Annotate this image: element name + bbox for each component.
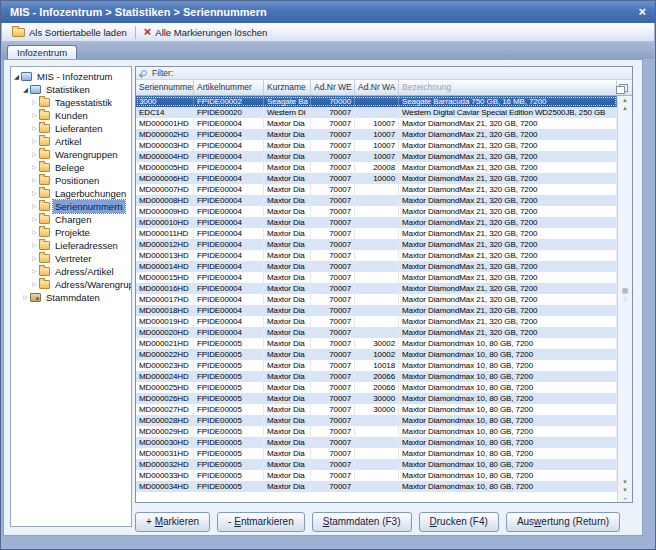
stammdaten-button[interactable]: Stammdaten (F3)	[312, 512, 412, 532]
tree-item-adress-warengruppen[interactable]: ▷Adress/Warengruppen	[11, 278, 131, 291]
expand-icon[interactable]: ▷	[31, 252, 38, 265]
column-header-bezeichnung[interactable]: Bezeichnung	[399, 80, 617, 95]
table-row[interactable]: MD000012HDFPIDE00004Maxtor Dia70007Maxto…	[136, 239, 617, 250]
tree-item-vertreter[interactable]: ▷Vertreter	[11, 252, 131, 265]
table-cell: Maxtor Dia	[264, 426, 311, 437]
tree-item-artikel[interactable]: ▷Artikel	[11, 135, 131, 148]
table-row[interactable]: MD000006HDFPIDE00004Maxtor Dia7000710000…	[136, 173, 617, 184]
table-row[interactable]: MD000022HDFPIDE00005Maxtor Dia7000710002…	[136, 349, 617, 360]
table-row[interactable]: MD000033HDFPIDE00005Maxtor Dia70007Maxto…	[136, 470, 617, 481]
table-row[interactable]: MD000028HDFPIDE00005Maxtor Dia70007Maxto…	[136, 415, 617, 426]
tree-item-mis-infozentrum[interactable]: ◢MIS - Infozentrum	[11, 70, 131, 83]
collapse-icon[interactable]: ◢	[13, 70, 20, 83]
table-row[interactable]: MD000011HDFPIDE00004Maxtor Dia70007Maxto…	[136, 228, 617, 239]
filter-row[interactable]: Filter:	[136, 67, 632, 80]
scroll-plus-icon[interactable]: +	[623, 494, 627, 502]
expand-icon[interactable]: ▷	[31, 200, 38, 213]
tree-item-chargen[interactable]: ▷Chargen	[11, 213, 131, 226]
table-row[interactable]: MD000005HDFPIDE00004Maxtor Dia7000720008…	[136, 162, 617, 173]
table-row[interactable]: EDC14FPIDE00020Western Di70007Western Di…	[136, 107, 617, 118]
table-row[interactable]: MD000026HDFPIDE00005Maxtor Dia7000730000…	[136, 393, 617, 404]
tree-item-kunden[interactable]: ▷Kunden	[11, 109, 131, 122]
table-row[interactable]: MD000003HDFPIDE00004Maxtor Dia7000710007…	[136, 140, 617, 151]
tree-item-lieferadressen[interactable]: ▷Lieferadressen	[11, 239, 131, 252]
tree-item-projekte[interactable]: ▷Projekte	[11, 226, 131, 239]
scroll-to-top-icon[interactable]: ▲	[622, 96, 628, 104]
pin-icon[interactable]: ▦	[622, 287, 629, 295]
table-row[interactable]: MD000013HDFPIDE00004Maxtor Dia70007Maxto…	[136, 250, 617, 261]
tree-item-lagerbuchungen[interactable]: ▷Lagerbuchungen	[11, 187, 131, 200]
tab-infozentrum[interactable]: Infozentrum	[7, 45, 77, 60]
tree-item-positionen[interactable]: ▷Positionen	[11, 174, 131, 187]
table-row[interactable]: MD000002HDFPIDE00004Maxtor Dia7000710007…	[136, 129, 617, 140]
table-row[interactable]: 3000FPIDE00002Seagate Ba70000Seagate Bar…	[136, 96, 617, 107]
scroll-down-icon[interactable]: ▼	[622, 478, 628, 486]
expand-icon[interactable]: ▷	[31, 96, 38, 109]
tree-item-warengruppen[interactable]: ▷Warengruppen	[11, 148, 131, 161]
expand-icon[interactable]: ▷	[31, 213, 38, 226]
table-row[interactable]: MD000023HDFPIDE00005Maxtor Dia7000710018…	[136, 360, 617, 371]
collapse-icon[interactable]: ◢	[22, 83, 29, 96]
scroll-up-icon[interactable]: ▲	[622, 104, 628, 112]
table-row[interactable]: MD000029HDFPIDE00005Maxtor Dia70007Maxto…	[136, 426, 617, 437]
scroll-to-bottom-icon[interactable]: ▼	[622, 486, 628, 494]
table-row[interactable]: MD000018HDFPIDE00004Maxtor Dia70007Maxto…	[136, 305, 617, 316]
table-row[interactable]: MD000001HDFPIDE00004Maxtor Dia7000710007…	[136, 118, 617, 129]
table-row[interactable]: MD000017HDFPIDE00004Maxtor Dia70007Maxto…	[136, 294, 617, 305]
entmarkieren-button[interactable]: - Entmarkieren	[217, 512, 305, 532]
table-row[interactable]: MD000016HDFPIDE00004Maxtor Dia70007Maxto…	[136, 283, 617, 294]
table-row[interactable]: MD000009HDFPIDE00004Maxtor Dia70007Maxto…	[136, 206, 617, 217]
expand-icon[interactable]: ▷	[31, 239, 38, 252]
expand-icon[interactable]: ▷	[31, 174, 38, 187]
table-row[interactable]: MD000010HDFPIDE00004Maxtor Dia70007Maxto…	[136, 217, 617, 228]
expand-icon[interactable]: ▷	[31, 135, 38, 148]
column-header-ad-nr-wa[interactable]: Ad.Nr WA	[355, 80, 399, 95]
table-cell: FPIDE00004	[194, 228, 264, 239]
table-row[interactable]: MD000024HDFPIDE00005Maxtor Dia7000720066…	[136, 371, 617, 382]
table-row[interactable]: MD000008HDFPIDE00004Maxtor Dia70007Maxto…	[136, 195, 617, 206]
expand-icon[interactable]: ▷	[31, 161, 38, 174]
clear-all-marks-button[interactable]: × Alle Markierungen löschen	[139, 24, 273, 40]
column-chooser-icon[interactable]	[617, 80, 632, 95]
table-cell: 70007	[311, 481, 355, 492]
tree-item-seriennummern[interactable]: ▷Seriennummern	[11, 200, 131, 213]
expand-icon[interactable]: ▷	[31, 278, 38, 291]
tree-item-tagesstatistik[interactable]: ▷Tagesstatistik	[11, 96, 131, 109]
table-row[interactable]: MD000021HDFPIDE00005Maxtor Dia7000730002…	[136, 338, 617, 349]
table-row[interactable]: MD000034HDFPIDE00005Maxtor Dia70007Maxto…	[136, 481, 617, 492]
search-icon[interactable]: ○	[623, 295, 627, 303]
drucken-button[interactable]: Drucken (F4)	[419, 512, 499, 532]
tree-item-stammdaten[interactable]: ▷Stammdaten	[11, 291, 131, 304]
expand-icon[interactable]: ▷	[31, 226, 38, 239]
expand-icon[interactable]: ▷	[31, 109, 38, 122]
close-icon[interactable]: ×	[638, 1, 646, 23]
table-row[interactable]: MD000014HDFPIDE00004Maxtor Dia70007Maxto…	[136, 261, 617, 272]
table-row[interactable]: MD000020HDFPIDE00004Maxtor Dia70007Maxto…	[136, 327, 617, 338]
table-row[interactable]: MD000032HDFPIDE00005Maxtor Dia70007Maxto…	[136, 459, 617, 470]
tree-item-lieferanten[interactable]: ▷Lieferanten	[11, 122, 131, 135]
expand-icon[interactable]: ▷	[31, 265, 38, 278]
table-row[interactable]: MD000030HDFPIDE00005Maxtor Dia70007Maxto…	[136, 437, 617, 448]
column-header-ad-nr-we[interactable]: Ad.Nr WE	[311, 80, 355, 95]
auswertung-button[interactable]: Auswertung (Return)	[506, 512, 620, 532]
expand-icon[interactable]: ▷	[31, 187, 38, 200]
table-row[interactable]: MD000027HDFPIDE00005Maxtor Dia7000730000…	[136, 404, 617, 415]
expand-icon[interactable]: ▷	[22, 291, 29, 304]
column-header-seriennummer[interactable]: Seriennummer▼	[136, 80, 194, 95]
column-header-artikelnummer[interactable]: Artikelnummer	[194, 80, 264, 95]
column-header-kurzname[interactable]: Kurzname	[264, 80, 311, 95]
markieren-button[interactable]: + Markieren	[135, 512, 210, 532]
table-row[interactable]: MD000019HDFPIDE00004Maxtor Dia70007Maxto…	[136, 316, 617, 327]
table-row[interactable]: MD000025HDFPIDE00005Maxtor Dia7000720066…	[136, 382, 617, 393]
table-cell: 70007	[311, 316, 355, 327]
table-row[interactable]: MD000031HDFPIDE00005Maxtor Dia70007Maxto…	[136, 448, 617, 459]
expand-icon[interactable]: ▷	[31, 122, 38, 135]
tree-item-adress-artikel[interactable]: ▷Adress/Artikel	[11, 265, 131, 278]
table-row[interactable]: MD000007HDFPIDE00004Maxtor Dia70007Maxto…	[136, 184, 617, 195]
table-row[interactable]: MD000004HDFPIDE00004Maxtor Dia7000710007…	[136, 151, 617, 162]
expand-icon[interactable]: ▷	[31, 148, 38, 161]
table-row[interactable]: MD000015HDFPIDE00004Maxtor Dia70007Maxto…	[136, 272, 617, 283]
tree-item-statistiken[interactable]: ◢Statistiken	[11, 83, 131, 96]
tree-item-belege[interactable]: ▷Belege	[11, 161, 131, 174]
load-as-sort-table-button[interactable]: Als Sortiertabelle laden	[7, 24, 132, 40]
